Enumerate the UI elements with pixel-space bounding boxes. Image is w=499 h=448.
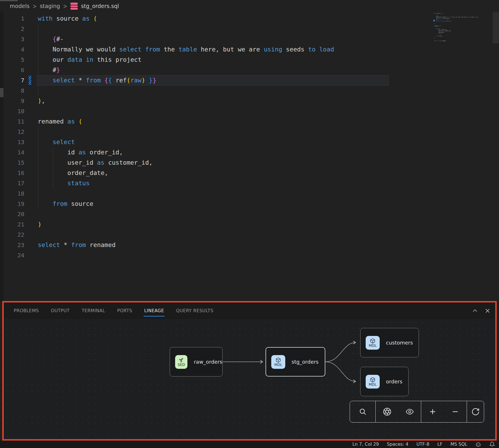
minimap[interactable]: with source as ( {#- Normally we would s… [434,13,493,50]
line-number: 20 [0,209,24,219]
line-number: 4 [0,44,24,55]
code-line[interactable]: 22 [0,230,499,240]
code-line[interactable]: 17 status [0,178,499,188]
line-number: 12 [0,127,24,137]
cube-icon [370,377,375,383]
copilot-status-button[interactable] [475,441,481,447]
code-line[interactable]: 1with source as ( [0,13,499,24]
node-label: stg_orders [292,359,318,365]
breadcrumb-item-file[interactable]: stg_orders.sql [81,3,119,9]
code-line[interactable]: 4 Normally we would select from the tabl… [0,44,499,55]
line-number: 23 [0,240,24,250]
code-editor[interactable]: 1with source as (23 {#-4 Normally we wou… [0,12,499,301]
cursor-position[interactable]: Ln 7, Col 29 [353,442,379,447]
chevron-right-icon: > [33,3,37,10]
breadcrumb-item-staging[interactable]: staging [40,3,60,9]
tab-ports[interactable]: PORTS [117,308,132,313]
lineage-node-raw-orders[interactable]: SED raw_orders [170,347,223,377]
code-text: select * from {{ ref(raw) }} [38,75,156,85]
code-line[interactable]: 3 {#- [0,34,499,44]
lineage-node-stg-orders[interactable]: MDL stg_orders [266,347,325,377]
panel-close-button[interactable] [484,308,491,314]
code-line[interactable]: 6 #} [0,65,499,75]
minimap-modified-marker [433,20,435,21]
cube-icon [276,357,281,363]
code-text: ), [38,96,45,106]
refresh-icon [471,407,480,416]
tab-terminal[interactable]: TERMINAL [82,308,105,313]
visibility-button[interactable] [403,405,416,418]
code-text: select [38,137,75,147]
code-line[interactable]: 24 [0,250,499,260]
breadcrumb-item-models[interactable]: models [10,3,29,9]
tab-output[interactable]: OUTPUT [51,308,70,313]
badge-label: SED [178,363,185,367]
code-line[interactable]: 16 order_date, [0,168,499,178]
code-text: select * from renamed [38,240,116,250]
code-line[interactable]: 12 [0,127,499,137]
database-icon [70,3,78,10]
model-badge: MDL [366,336,380,350]
zoom-out-button[interactable] [449,405,462,418]
line-number: 21 [0,219,24,230]
encoding[interactable]: UTF-8 [416,442,429,447]
seed-badge: SED [175,355,187,369]
lineage-node-orders[interactable]: MDL orders [360,367,409,396]
code-line[interactable]: 9), [0,96,499,106]
code-text: from source [38,199,93,209]
notifications-button[interactable] [489,441,495,447]
code-line[interactable]: 23select * from renamed [0,240,499,250]
panel-maximize-button[interactable] [472,308,478,314]
code-text: user_id as customer_id, [38,158,153,168]
editor-scrollbar[interactable] [493,12,499,43]
line-number: 24 [0,250,24,260]
indentation-setting[interactable]: Spaces: 4 [387,442,408,447]
code-line[interactable]: 20 [0,209,499,219]
tab-lineage[interactable]: LINEAGE [144,308,164,313]
line-number: 18 [0,188,24,199]
code-line[interactable]: 21) [0,219,499,230]
tab-query-results[interactable]: QUERY RESULTS [176,308,213,313]
eol-setting[interactable]: LF [437,442,443,447]
zoom-in-button[interactable] [426,405,439,418]
refresh-button[interactable] [469,405,482,418]
code-line[interactable]: 14 id as order_id, [0,147,499,158]
line-number: 10 [0,106,24,116]
minimap-content: with source as ( {#- Normally we would s… [434,13,493,43]
lineage-node-customers[interactable]: MDL customers [360,328,419,357]
aperture-icon [383,407,391,416]
code-line[interactable]: 8 [0,85,499,96]
badge-label: MDL [369,344,377,347]
bottom-panel-highlighted-region: PROBLEMS OUTPUT TERMINAL PORTS LINEAGE Q… [2,301,497,441]
node-label: raw_orders [194,359,222,365]
lineage-canvas[interactable]: SED raw_orders MDL stg_orders [4,319,495,439]
line-number: 3 [0,34,24,44]
code-line[interactable]: 18 [0,188,499,199]
node-label: customers [386,340,413,346]
close-icon [484,308,491,314]
code-text: Normally we would select from the table … [38,44,334,55]
code-line[interactable]: 19 from source [0,199,499,209]
code-text: status [38,178,90,188]
code-line[interactable]: 13 select [0,137,499,147]
line-number: 5 [0,55,24,65]
edge-stg-to-orders [325,362,356,382]
code-line[interactable]: 5 our data in this project [0,55,499,65]
code-line[interactable]: 11renamed as ( [0,116,499,127]
code-line[interactable]: 2 [0,24,499,34]
status-bar: Ln 7, Col 29 Spaces: 4 UTF-8 LF MS SQL [0,441,499,448]
line-number: 14 [0,147,24,158]
vscode-window: models > staging > stg_orders.sql 1with … [0,0,499,448]
aperture-button[interactable] [381,405,393,418]
tab-problems[interactable]: PROBLEMS [14,308,39,313]
search-button[interactable] [357,405,369,418]
language-mode[interactable]: MS SQL [450,442,467,447]
code-line[interactable]: 7 select * from {{ ref(raw) }} [0,75,499,85]
line-number: 22 [0,230,24,240]
code-line[interactable]: 10 [0,106,499,116]
search-icon [359,408,367,416]
line-number: 19 [0,199,24,209]
code-line[interactable]: 15 user_id as customer_id, [0,158,499,168]
code-text: renamed as ( [38,116,82,127]
lineage-toolbar [350,401,484,423]
